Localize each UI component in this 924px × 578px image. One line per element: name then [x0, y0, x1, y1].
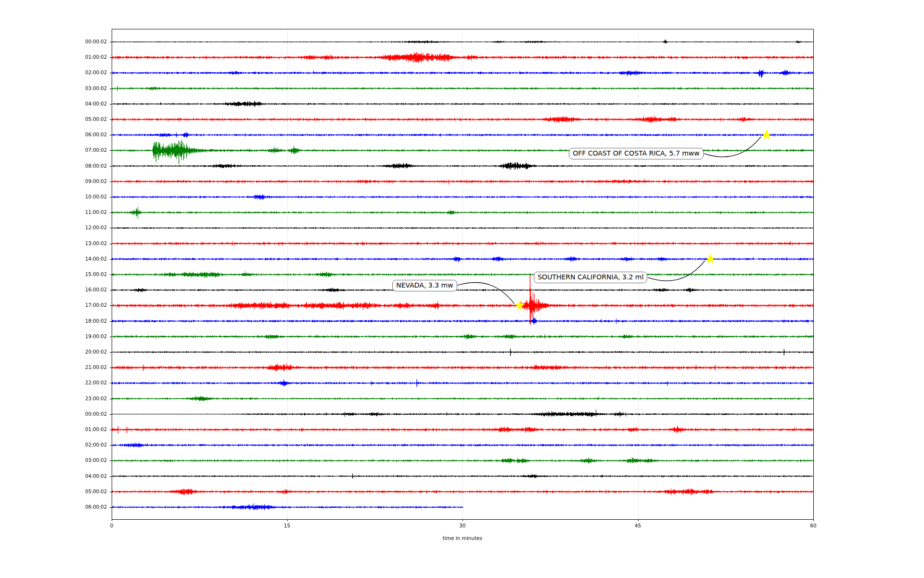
- x-tick-label: 30: [448, 523, 477, 528]
- x-axis-title: time in minutes: [112, 535, 813, 541]
- y-tick-label: 15:00:02: [0, 272, 107, 277]
- y-tick-label: 04:00:02: [0, 101, 107, 107]
- y-tick-label: 01:00:02: [0, 427, 107, 433]
- seismogram-figure: XX.EDH01.00.EHZ 00:00:0201:00:0202:00:02…: [0, 0, 924, 578]
- seismogram-canvas: [0, 0, 924, 578]
- y-tick-label: 20:00:02: [0, 349, 107, 355]
- y-tick-label: 01:00:02: [0, 54, 107, 60]
- y-tick-label: 00:00:02: [0, 411, 107, 417]
- event-annotation-label: NEVADA, 3.3 mw: [392, 280, 457, 291]
- y-tick-label: 03:00:02: [0, 86, 107, 92]
- y-tick-label: 09:00:02: [0, 179, 107, 184]
- y-tick-label: 07:00:02: [0, 147, 107, 153]
- y-tick-label: 06:00:02: [0, 132, 107, 138]
- x-tick-label: 15: [273, 523, 302, 528]
- y-tick-label: 02:00:02: [0, 442, 107, 448]
- y-tick-label: 11:00:02: [0, 210, 107, 215]
- y-tick-label: 13:00:02: [0, 241, 107, 247]
- y-tick-label: 05:00:02: [0, 117, 107, 122]
- y-tick-label: 18:00:02: [0, 318, 107, 324]
- y-tick-label: 08:00:02: [0, 163, 107, 169]
- y-tick-label: 21:00:02: [0, 365, 107, 370]
- y-tick-label: 10:00:02: [0, 194, 107, 200]
- y-tick-label: 04:00:02: [0, 473, 107, 479]
- x-tick-label: 0: [97, 523, 126, 528]
- event-annotation-label: OFF COAST OF COSTA RICA, 5.7 mww: [569, 148, 704, 159]
- y-tick-label: 16:00:02: [0, 287, 107, 293]
- y-tick-label: 22:00:02: [0, 380, 107, 386]
- y-tick-label: 19:00:02: [0, 334, 107, 340]
- y-tick-label: 23:00:02: [0, 396, 107, 402]
- y-tick-label: 00:00:02: [0, 39, 107, 45]
- y-tick-label: 17:00:02: [0, 302, 107, 308]
- y-tick-label: 03:00:02: [0, 458, 107, 463]
- event-annotation-label: SOUTHERN CALIFORNIA, 3.2 ml: [534, 272, 647, 283]
- x-tick-label: 45: [624, 523, 653, 528]
- y-tick-label: 06:00:02: [0, 504, 107, 510]
- y-tick-label: 12:00:02: [0, 225, 107, 231]
- x-tick-label: 60: [799, 523, 828, 528]
- y-tick-label: 14:00:02: [0, 256, 107, 262]
- y-tick-label: 05:00:02: [0, 489, 107, 495]
- y-tick-label: 02:00:02: [0, 70, 107, 76]
